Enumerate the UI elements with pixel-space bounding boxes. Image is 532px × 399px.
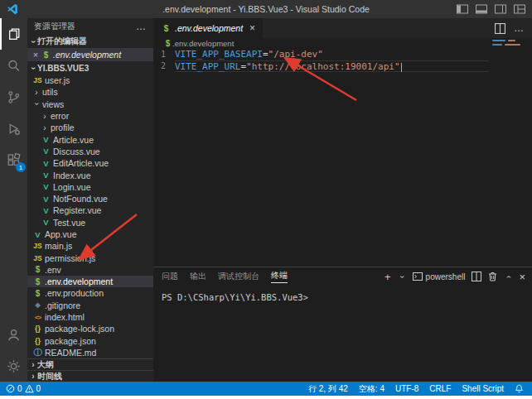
chevron-right-icon: › (41, 123, 49, 132)
chevron-down-icon[interactable]: › (397, 272, 406, 281)
chevron-down-icon: › (29, 37, 38, 46)
title-bar: .env.development - Yi.BBS.Vue3 - Visual … (0, 0, 532, 18)
file-name: main.js (45, 241, 72, 251)
trash-icon[interactable] (488, 272, 497, 281)
file-name: Register.vue (53, 205, 101, 215)
tree-item-Discuss.vue[interactable]: VDiscuss.vue (27, 146, 153, 157)
file-name: profile (51, 123, 75, 132)
js-file-icon: JS (32, 254, 43, 262)
close-icon[interactable]: × (31, 50, 41, 60)
encoding-status[interactable]: UTF-8 (395, 384, 418, 393)
terminal-icon (413, 272, 423, 281)
activity-search[interactable] (0, 50, 27, 81)
code-line-1[interactable]: 1VITE_APP_BASEAPI="/api-dev" (153, 49, 532, 60)
tree-item-profile[interactable]: ›profile (27, 122, 153, 133)
file-name: .env.production (45, 288, 104, 298)
outline-section[interactable]: › 大纲 (27, 358, 153, 370)
problems-status[interactable]: 0 0 (6, 384, 41, 393)
activity-bar: 1 (0, 18, 27, 382)
bell-icon (515, 384, 524, 393)
error-icon (6, 384, 15, 393)
customize-layout-icon[interactable] (514, 4, 525, 14)
chevron-down-icon: › (29, 64, 38, 72)
activity-settings[interactable] (0, 350, 27, 382)
chevron-right-icon: › (29, 360, 37, 369)
tree-item-.env.production[interactable]: $.env.production (27, 287, 153, 299)
cursor-position[interactable]: 行 2, 列 42 (308, 383, 348, 395)
file-name: Article.vue (53, 135, 94, 145)
tree-item-EditArticle.vue[interactable]: VEditArticle.vue (27, 157, 153, 169)
code-line-2[interactable]: 2VITE_APP_URL="http://localhost:19001/ap… (153, 60, 532, 72)
timeline-label: 时间线 (37, 371, 62, 382)
toggle-panel-icon[interactable] (476, 4, 487, 14)
panel-tab-终端[interactable]: 终端 (271, 268, 288, 283)
line-number: 1 (153, 49, 175, 60)
file-name: App.vue (45, 229, 77, 239)
minimap[interactable] (492, 40, 527, 48)
tree-item-Login.vue[interactable]: VLogin.vue (27, 181, 153, 193)
panel-tab-输出[interactable]: 输出 (190, 269, 206, 283)
activity-source-control[interactable] (0, 81, 27, 113)
vue-file-icon: V (41, 171, 51, 180)
more-actions-icon[interactable]: … (136, 21, 147, 32)
js-file-icon: JS (32, 242, 43, 250)
breadcrumb[interactable]: $ .env.development (153, 38, 532, 49)
tree-item-package.json[interactable]: {}package.json (27, 335, 153, 347)
tree-item-README.md[interactable]: ⓘREADME.md (27, 347, 153, 358)
activity-explorer[interactable] (0, 18, 27, 50)
tree-item-permission.js[interactable]: JSpermission.js (27, 252, 153, 263)
tree-item-views[interactable]: ›views (27, 99, 153, 110)
tab-env-development[interactable]: $ .env.development × (153, 18, 264, 38)
tree-item-.env.development[interactable]: $.env.development (27, 276, 153, 287)
tree-item-Test.vue[interactable]: VTest.vue (27, 217, 153, 228)
tree-item-Index.vue[interactable]: VIndex.vue (27, 169, 153, 180)
open-editor-item[interactable]: × $ .env.development (27, 48, 153, 61)
tree-item-utils[interactable]: ›utils (27, 86, 153, 98)
file-name: EditArticle.vue (53, 158, 109, 168)
terminal-output[interactable]: PS D:\CSharp\Yi\Yi.BBS.Vue3> (153, 284, 532, 302)
language-mode[interactable]: Shell Script (462, 384, 504, 393)
notifications-bell-icon[interactable] (515, 384, 524, 393)
account-icon (6, 327, 22, 343)
activity-run-debug[interactable] (0, 113, 27, 144)
terminal-shell-selector[interactable]: powershell (413, 272, 466, 281)
open-editors-header[interactable]: › 打开的编辑器 (27, 35, 153, 48)
file-tree: JSuser.js›utils›views›error›profileVArti… (27, 75, 153, 358)
split-editor-icon[interactable] (495, 23, 505, 34)
vue-file-icon: V (41, 147, 51, 156)
close-panel-icon[interactable]: × (519, 272, 525, 282)
tree-item-NotFound.vue[interactable]: VNotFound.vue (27, 193, 153, 204)
project-root-header[interactable]: › YI.BBS.VUE3 (27, 61, 153, 75)
tree-item-.gitignore[interactable]: ◆.gitignore (27, 300, 153, 311)
tree-item-Register.vue[interactable]: VRegister.vue (27, 204, 153, 216)
tree-item-main.js[interactable]: JSmain.js (27, 240, 153, 252)
vue-file-icon: V (41, 159, 51, 168)
indentation-status[interactable]: 空格: 4 (359, 383, 384, 395)
split-terminal-icon[interactable] (472, 272, 481, 281)
env-file-icon: $ (32, 289, 43, 298)
eol-status[interactable]: CRLF (429, 384, 451, 393)
tree-item-.env[interactable]: $.env (27, 264, 153, 276)
panel-tab-调试控制台[interactable]: 调试控制台 (218, 269, 259, 283)
tree-item-index.html[interactable]: <>index.html (27, 311, 153, 323)
tree-item-user.js[interactable]: JSuser.js (27, 75, 153, 86)
file-name: Index.vue (53, 171, 91, 180)
tree-item-Article.vue[interactable]: VArticle.vue (27, 133, 153, 145)
maximize-panel-icon[interactable]: › (504, 272, 513, 281)
panel-tab-问题[interactable]: 问题 (162, 269, 178, 283)
tree-item-error[interactable]: ›error (27, 110, 153, 122)
search-icon (6, 58, 22, 74)
close-icon[interactable]: × (249, 22, 255, 34)
toggle-secondary-sidebar-icon[interactable] (495, 4, 506, 14)
file-name: views (42, 99, 64, 109)
timeline-section[interactable]: › 时间线 (27, 370, 153, 382)
activity-extensions[interactable]: 1 (0, 144, 27, 175)
tree-item-package-lock.json[interactable]: {}package-lock.json (27, 323, 153, 334)
new-terminal-icon[interactable]: + (384, 272, 391, 282)
activity-account[interactable] (0, 319, 27, 350)
file-name: user.js (45, 75, 70, 85)
toggle-sidebar-icon[interactable] (457, 4, 468, 14)
editor-more-actions-icon[interactable]: … (514, 22, 524, 34)
tree-item-App.vue[interactable]: VApp.vue (27, 228, 153, 240)
chevron-right-icon: › (29, 372, 37, 381)
